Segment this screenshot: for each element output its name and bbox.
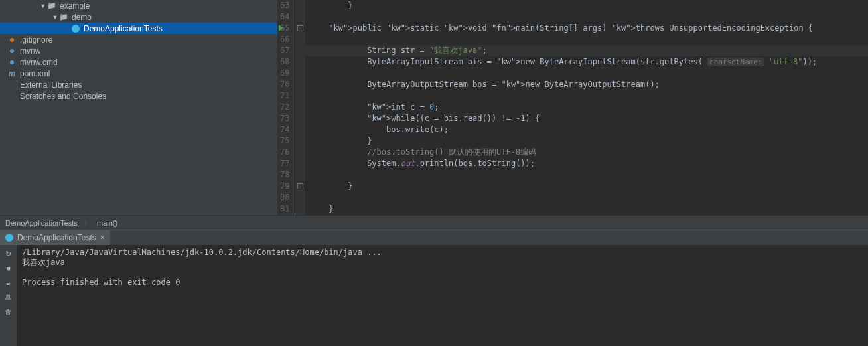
line-number[interactable]: 74 (280, 124, 289, 135)
code-line[interactable]: String str = "我喜欢java"; (305, 45, 868, 56)
tree-label: mvnw (20, 46, 40, 56)
line-number[interactable]: 76 (280, 147, 289, 158)
console-tabbar[interactable]: DemoApplicationTests × (0, 230, 868, 245)
code-line[interactable]: } (305, 181, 868, 192)
fold-column[interactable]: -- (295, 0, 305, 215)
trash-icon[interactable]: 🗑 (3, 306, 15, 318)
main-area: ▼example▼demoDemoApplicationTests.gitign… (0, 0, 868, 215)
project-tree[interactable]: ▼example▼demoDemoApplicationTests.gitign… (0, 0, 277, 215)
tree-row[interactable]: ▼example (0, 0, 277, 11)
line-number[interactable]: 80 (280, 192, 289, 203)
line-number[interactable]: 75 (280, 135, 289, 147)
code-line[interactable]: ByteArrayInputStream bis = "kw">new Byte… (305, 56, 868, 68)
code-line[interactable] (305, 192, 868, 203)
close-icon[interactable]: × (100, 233, 105, 242)
line-number[interactable]: 65 (280, 23, 289, 34)
line-number[interactable]: 70 (280, 79, 289, 90)
java-icon (5, 234, 13, 242)
line-number[interactable]: 68 (280, 56, 289, 68)
chevron-down-icon[interactable]: ▼ (52, 14, 58, 21)
line-number[interactable]: 69 (280, 68, 289, 79)
layout-icon[interactable]: ≡ (3, 277, 15, 289)
file-icon (7, 49, 17, 53)
code-line[interactable] (305, 169, 868, 181)
line-number[interactable]: 72 (280, 102, 289, 113)
line-number[interactable]: 77 (280, 158, 289, 169)
tree-row[interactable]: mpom.xml (0, 68, 277, 79)
maven-icon: m (7, 69, 17, 78)
console-body: ↻ ■ ≡ 🖶 🗑 /Library/Java/JavaVirtualMachi… (0, 245, 868, 346)
run-console: DemoApplicationTests × ↻ ■ ≡ 🖶 🗑 /Librar… (0, 230, 868, 346)
line-number[interactable]: 66 (280, 34, 289, 45)
breadcrumb-separator-icon: 〉 (80, 219, 95, 227)
tree-row[interactable]: External Libraries (0, 79, 277, 90)
code-area[interactable]: } "kw">public "kw">static "kw">void "fn"… (305, 0, 868, 215)
tree-label: External Libraries (20, 80, 82, 90)
file-icon (7, 60, 17, 64)
tree-row[interactable]: .gitignore (0, 34, 277, 45)
tree-label: mvnw.cmd (20, 58, 58, 67)
tree-label: demo (72, 13, 92, 22)
tree-row[interactable]: Scratches and Consoles (0, 90, 277, 102)
file-icon (7, 38, 17, 42)
breadcrumb[interactable]: DemoApplicationTests 〉 main() (0, 215, 868, 230)
code-line[interactable]: "kw">public "kw">static "kw">void "fn">m… (305, 23, 868, 34)
line-number[interactable]: 81 (280, 203, 289, 215)
code-line[interactable]: } (305, 135, 868, 147)
code-line[interactable]: System.out.println(bos.toString()); (305, 158, 868, 169)
console-tab[interactable]: DemoApplicationTests × (0, 230, 111, 245)
console-toolbar: ↻ ■ ≡ 🖶 🗑 (0, 245, 17, 346)
rerun-icon[interactable]: ↻ (3, 248, 15, 260)
code-line[interactable] (305, 34, 868, 45)
code-editor[interactable]: 63646566676869707172737475767778798081 -… (277, 0, 868, 215)
line-number[interactable]: 64 (280, 11, 289, 23)
tree-row[interactable]: ▼demo (0, 11, 277, 23)
code-line[interactable]: } (305, 203, 868, 215)
code-line[interactable]: } (305, 0, 868, 11)
fold-toggle-icon[interactable]: - (297, 25, 303, 31)
run-gutter-icon[interactable] (279, 25, 283, 31)
folder-icon (58, 13, 69, 21)
code-line[interactable]: "kw">while((c = bis.read()) != -1) { (305, 113, 868, 124)
chevron-down-icon[interactable]: ▼ (40, 3, 46, 9)
code-line[interactable] (305, 90, 868, 102)
line-gutter: 63646566676869707172737475767778798081 (277, 0, 295, 215)
code-line[interactable]: "kw">int c = 0; (305, 102, 868, 113)
line-number[interactable]: 71 (280, 90, 289, 102)
folder-icon (46, 1, 57, 10)
tree-label: Scratches and Consoles (20, 92, 106, 101)
tree-label: .gitignore (20, 35, 52, 44)
console-output[interactable]: /Library/Java/JavaVirtualMachines/jdk-10… (17, 245, 868, 346)
stop-icon[interactable]: ■ (3, 262, 15, 274)
line-number[interactable]: 79 (280, 181, 289, 192)
breadcrumb-class[interactable]: DemoApplicationTests (5, 219, 78, 227)
line-number[interactable]: 63 (280, 0, 289, 11)
code-line[interactable]: //bos.toString() 默认的使用的UTF-8编码 (305, 147, 868, 158)
tree-label: example (60, 1, 90, 11)
code-line[interactable]: bos.write(c); (305, 124, 868, 135)
console-tab-label: DemoApplicationTests (17, 233, 96, 242)
line-number[interactable]: 67 (280, 45, 289, 56)
code-line[interactable] (305, 11, 868, 23)
code-line[interactable]: ByteArrayOutputStream bos = "kw">new Byt… (305, 79, 868, 90)
tree-label: DemoApplicationTests (84, 24, 163, 33)
line-number[interactable]: 78 (280, 169, 289, 181)
tree-label: pom.xml (20, 69, 50, 78)
print-icon[interactable]: 🖶 (3, 292, 15, 303)
tree-row[interactable]: mvnw (0, 45, 277, 56)
line-number[interactable]: 73 (280, 113, 289, 124)
tree-row[interactable]: mvnw.cmd (0, 56, 277, 68)
fold-toggle-icon[interactable]: - (297, 183, 303, 189)
java-class-icon (70, 25, 81, 33)
breadcrumb-method[interactable]: main() (97, 219, 117, 227)
tree-row[interactable]: DemoApplicationTests (0, 23, 277, 34)
code-line[interactable] (305, 68, 868, 79)
